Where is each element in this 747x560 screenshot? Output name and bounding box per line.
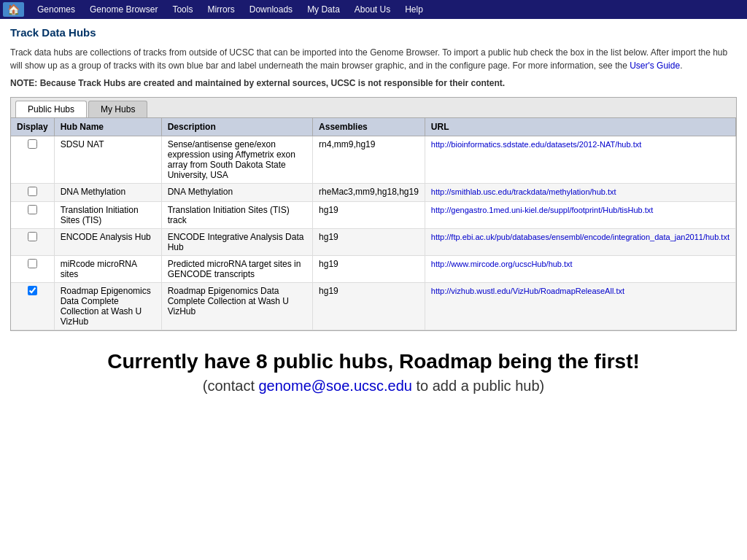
col-assemblies: Assemblies <box>313 118 425 136</box>
hub-checkbox[interactable] <box>28 205 37 214</box>
col-display: Display <box>11 118 54 136</box>
hub-name-cell: miRcode microRNA sites <box>54 256 161 283</box>
nav-about-us[interactable]: About Us <box>347 4 398 15</box>
assemblies-cell: hg19 <box>313 229 425 256</box>
tab-public-hubs[interactable]: Public Hubs <box>15 101 87 117</box>
hub-name-cell: Roadmap Epigenomics Data Complete Collec… <box>54 283 161 330</box>
table-row: miRcode microRNA sitesPredicted microRNA… <box>11 256 736 283</box>
description-text: Track data hubs are collections of track… <box>10 46 737 72</box>
hub-checkbox[interactable] <box>28 286 37 295</box>
assemblies-cell: hg19 <box>313 256 425 283</box>
users-guide-link[interactable]: User's Guide <box>630 61 680 71</box>
bottom-sub-text: (contact genome@soe.ucsc.edu to add a pu… <box>7 378 740 394</box>
hub-url-link[interactable]: http://vizhub.wustl.edu/VizHub/RoadmapRe… <box>431 287 624 295</box>
description-cell: DNA Methylation <box>161 184 312 202</box>
col-url: URL <box>425 118 735 136</box>
nav-mirrors[interactable]: Mirrors <box>200 4 241 15</box>
hub-name-cell: ENCODE Analysis Hub <box>54 229 161 256</box>
nav-downloads[interactable]: Downloads <box>242 4 300 15</box>
description-cell: Predicted microRNA target sites in GENCO… <box>161 256 312 283</box>
table-row: DNA MethylationDNA MethylationrheMac3,mm… <box>11 184 736 202</box>
contact-email-link[interactable]: genome@soe.ucsc.edu <box>259 378 412 394</box>
nav-my-data[interactable]: My Data <box>300 4 347 15</box>
assemblies-cell: rheMac3,mm9,hg18,hg19 <box>313 184 425 202</box>
col-hub-name: Hub Name <box>54 118 161 136</box>
table-row: Translation Initiation Sites (TIS)Transl… <box>11 202 736 229</box>
hub-checkbox[interactable] <box>28 232 37 241</box>
page-content: Track Data Hubs Track data hubs are coll… <box>0 19 747 338</box>
display-cell <box>11 283 54 330</box>
table-row: ENCODE Analysis HubENCODE Integrative An… <box>11 229 736 256</box>
display-cell <box>11 256 54 283</box>
hub-checkbox[interactable] <box>28 139 37 149</box>
page-title: Track Data Hubs <box>10 26 737 39</box>
table-row: Roadmap Epigenomics Data Complete Collec… <box>11 283 736 330</box>
table-row: SDSU NATSense/antisense gene/exon expres… <box>11 136 736 184</box>
assemblies-cell: hg19 <box>313 202 425 229</box>
col-description: Description <box>161 118 312 136</box>
hub-checkbox[interactable] <box>28 187 37 196</box>
home-icon[interactable]: 🏠 <box>3 2 24 17</box>
hubs-table: Display Hub Name Description Assemblies … <box>11 118 736 330</box>
nav-tools[interactable]: Tools <box>165 4 200 15</box>
description-cell: Translation Initiation Sites (TIS) track <box>161 202 312 229</box>
hub-url-link[interactable]: http://gengastro.1med.uni-kiel.de/suppl/… <box>431 206 654 214</box>
hub-url-link[interactable]: http://www.mircode.org/ucscHub/hub.txt <box>431 260 573 268</box>
display-cell <box>11 202 54 229</box>
url-cell: http://gengastro.1med.uni-kiel.de/suppl/… <box>425 202 735 229</box>
url-cell: http://bioinformatics.sdstate.edu/datase… <box>425 136 735 184</box>
hub-url-link[interactable]: http://smithlab.usc.edu/trackdata/methyl… <box>431 187 616 196</box>
hub-checkbox[interactable] <box>28 259 37 268</box>
top-navigation: 🏠 Genomes Genome Browser Tools Mirrors D… <box>0 0 747 19</box>
hub-url-link[interactable]: http://bioinformatics.sdstate.edu/datase… <box>431 140 641 149</box>
table-header-row: Display Hub Name Description Assemblies … <box>11 118 736 136</box>
assemblies-cell: rn4,mm9,hg19 <box>313 136 425 184</box>
display-cell <box>11 136 54 184</box>
nav-genomes[interactable]: Genomes <box>30 4 82 15</box>
url-cell: http://vizhub.wustl.edu/VizHub/RoadmapRe… <box>425 283 735 330</box>
hub-url-link[interactable]: http://ftp.ebi.ac.uk/pub/databases/ensem… <box>431 233 729 241</box>
nav-genome-browser[interactable]: Genome Browser <box>82 4 165 15</box>
assemblies-cell: hg19 <box>313 283 425 330</box>
description-cell: ENCODE Integrative Analysis Data Hub <box>161 229 312 256</box>
tab-my-hubs[interactable]: My Hubs <box>88 101 147 117</box>
display-cell <box>11 229 54 256</box>
hub-name-cell: DNA Methylation <box>54 184 161 202</box>
note-text: NOTE: Because Track Hubs are created and… <box>10 78 737 88</box>
nav-help[interactable]: Help <box>398 4 430 15</box>
url-cell: http://www.mircode.org/ucscHub/hub.txt <box>425 256 735 283</box>
data-table-wrapper: Display Hub Name Description Assemblies … <box>10 118 737 331</box>
hub-name-cell: Translation Initiation Sites (TIS) <box>54 202 161 229</box>
url-cell: http://smithlab.usc.edu/trackdata/methyl… <box>425 184 735 202</box>
tabs-container: Public Hubs My Hubs <box>10 97 737 118</box>
url-cell: http://ftp.ebi.ac.uk/pub/databases/ensem… <box>425 229 735 256</box>
tabs: Public Hubs My Hubs <box>15 101 732 117</box>
hub-name-cell: SDSU NAT <box>54 136 161 184</box>
bottom-large-text: Currently have 8 public hubs, Roadmap be… <box>7 350 740 373</box>
bottom-section: Currently have 8 public hubs, Roadmap be… <box>0 338 747 400</box>
description-cell: Roadmap Epigenomics Data Complete Collec… <box>161 283 312 330</box>
description-cell: Sense/antisense gene/exon expression usi… <box>161 136 312 184</box>
display-cell <box>11 184 54 202</box>
